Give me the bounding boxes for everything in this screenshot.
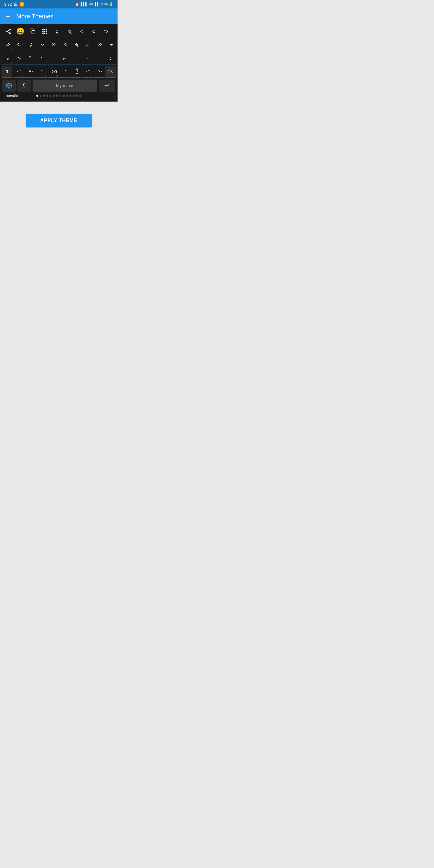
dot-3 — [43, 95, 45, 97]
data-icon: 🔽 — [19, 2, 24, 7]
svg-rect-12 — [42, 33, 43, 34]
grid-key[interactable] — [39, 26, 50, 37]
svg-rect-8 — [46, 29, 47, 30]
char-key-4-3[interactable]: ဒဗ — [36, 66, 47, 78]
char-key-4-2[interactable]: ဆ — [24, 66, 35, 78]
char-key-3-6[interactable]: ⌐ — [59, 53, 70, 64]
svg-rect-7 — [44, 29, 45, 30]
char-key-3-3[interactable]: ° — [24, 53, 35, 64]
svg-point-1 — [6, 31, 7, 32]
share-icon — [3, 26, 14, 37]
dot-10 — [66, 95, 68, 97]
dot-5 — [50, 95, 52, 97]
shift-key[interactable]: ⬆ — [1, 66, 12, 78]
myanmar-key-2[interactable]: ရ — [63, 26, 74, 37]
section-key[interactable]: § — [18, 80, 31, 92]
svg-rect-11 — [46, 31, 47, 32]
status-bar: 3:32 🖼 🔽 ⏰ ▌▌▌ 4G ▌▌ 23% 🔋 — [0, 0, 118, 8]
dot-12 — [73, 95, 75, 97]
keyboard-special-row: 😀 ၃ ရ ဂ ဝ ဟ ... — [0, 24, 118, 38]
keyboard-row-4: ⬆ ဃဓ ဆ ဒဗ နoဩ ဘ ဦ ဟ ထဋ ⌫ — [0, 65, 118, 79]
keyboard-spacebar-row: § Myanmar ↵ — [0, 79, 118, 93]
char-key-4-8[interactable]: ထဋ — [94, 66, 104, 78]
backspace-key[interactable]: ⌫ — [105, 66, 116, 78]
spacebar[interactable]: Myanmar — [33, 80, 97, 92]
char-key-2-5[interactable]: ဘ — [48, 39, 59, 51]
char-key-2-6[interactable]: ဓဲ — [59, 39, 70, 51]
char-key-4-5[interactable]: ဘ — [59, 66, 70, 78]
keyboard-row-2: ဆဦ တဟ နှ မ ဘ ဓဲ ရ ꩻ ထ ဗ — [0, 38, 118, 52]
svg-point-2 — [9, 32, 10, 34]
photo-icon: 🖼 — [13, 2, 18, 7]
char-key-3-2[interactable]: ဋပ — [13, 53, 24, 64]
char-key-4-6[interactable]: ဦ — [70, 66, 82, 78]
dots-extra: ... — [113, 94, 115, 97]
svg-rect-5 — [32, 31, 35, 34]
battery-text: 23% — [101, 2, 107, 6]
dot-2 — [40, 95, 41, 97]
svg-rect-6 — [42, 29, 43, 30]
char-key-3-10[interactable]: : — [105, 53, 116, 64]
apply-section: APPLY THEME — [0, 101, 118, 133]
status-bar-right: ⏰ ▌▌▌ 4G ▌▌ 23% 🔋 — [75, 2, 113, 6]
dot-11 — [70, 95, 71, 97]
char-key-3-4[interactable]: ဈ — [36, 53, 47, 64]
emoji-key[interactable]: 😀 — [15, 26, 26, 37]
char-key-2-3[interactable]: နှ — [24, 39, 35, 51]
time-display: 3:32 — [4, 2, 12, 7]
char-key-3-5[interactable] — [48, 53, 59, 64]
page-indicator — [36, 95, 82, 97]
keyboard-footer: Innovation ... — [0, 93, 118, 99]
myanmar-key-4[interactable]: ဝ — [87, 26, 98, 37]
char-key-2-9[interactable]: ထ — [94, 39, 104, 51]
char-key-4-4[interactable]: နoဩ — [48, 66, 59, 78]
theme-name-label: Innovation — [2, 93, 21, 98]
globe-key[interactable] — [2, 80, 16, 92]
battery-icon: 🔋 — [109, 2, 113, 6]
svg-point-0 — [9, 29, 10, 30]
empty-background — [0, 133, 118, 284]
char-key-2-1[interactable]: ဆဦ — [1, 39, 12, 51]
app-bar: ← More Themes — [0, 8, 118, 24]
dot-7 — [56, 95, 58, 97]
char-key-3-7[interactable]: . — [70, 53, 82, 64]
alarm-icon: ⏰ — [75, 2, 79, 6]
dot-9 — [63, 95, 65, 97]
spacebar-label: Myanmar — [56, 83, 73, 88]
svg-rect-13 — [44, 33, 45, 34]
svg-line-3 — [7, 32, 9, 33]
char-key-4-1[interactable]: ဃဓ — [13, 66, 24, 78]
back-button[interactable]: ← — [5, 12, 11, 20]
apply-theme-button[interactable]: APPLY THEME — [26, 114, 92, 127]
svg-line-4 — [7, 30, 9, 31]
page-title: More Themes — [16, 13, 53, 20]
char-key-2-2[interactable]: တဟ — [13, 39, 24, 51]
dot-13 — [76, 95, 78, 97]
keyboard-row-3: ဠဦ ဋပ ° ဈ ⌐ . ⌐ | : — [0, 52, 118, 65]
dot-1 — [36, 95, 38, 97]
status-bar-left: 3:32 🖼 🔽 — [4, 2, 24, 7]
char-key-3-8[interactable]: ⌐ — [82, 53, 93, 64]
svg-rect-14 — [46, 33, 47, 34]
char-key-2-7[interactable]: ရ — [70, 39, 82, 51]
myanmar-key-1[interactable]: ၃ — [51, 26, 62, 37]
char-key-2-4[interactable]: မ — [36, 39, 47, 51]
char-key-4-7[interactable]: ဟ — [82, 66, 93, 78]
signal-icon: ▌▌▌ — [81, 2, 88, 6]
char-key-3-1[interactable]: ဠဦ — [1, 53, 12, 64]
myanmar-key-3[interactable]: ဂ — [75, 26, 86, 37]
svg-rect-9 — [42, 31, 43, 32]
enter-key[interactable]: ↵ — [99, 80, 115, 92]
dot-8 — [60, 95, 61, 97]
dot-6 — [53, 95, 55, 97]
myanmar-key-5[interactable]: ဟ — [99, 26, 110, 37]
signal2-icon: ▌▌ — [95, 2, 99, 6]
keyboard-preview: 😀 ၃ ရ ဂ ဝ ဟ ... ဆဦ တဟ နှ မ ဘ ဓဲ ရ ꩻ ထ ဗ … — [0, 24, 118, 101]
char-key-2-10[interactable]: ဗ — [105, 39, 116, 51]
network-4g-icon: 4G — [89, 3, 93, 6]
svg-rect-10 — [44, 31, 45, 32]
char-key-2-8[interactable]: ꩻ — [82, 39, 93, 51]
copy-key[interactable] — [27, 26, 38, 37]
char-key-3-9[interactable]: | — [94, 53, 104, 64]
dot-4 — [46, 95, 48, 97]
